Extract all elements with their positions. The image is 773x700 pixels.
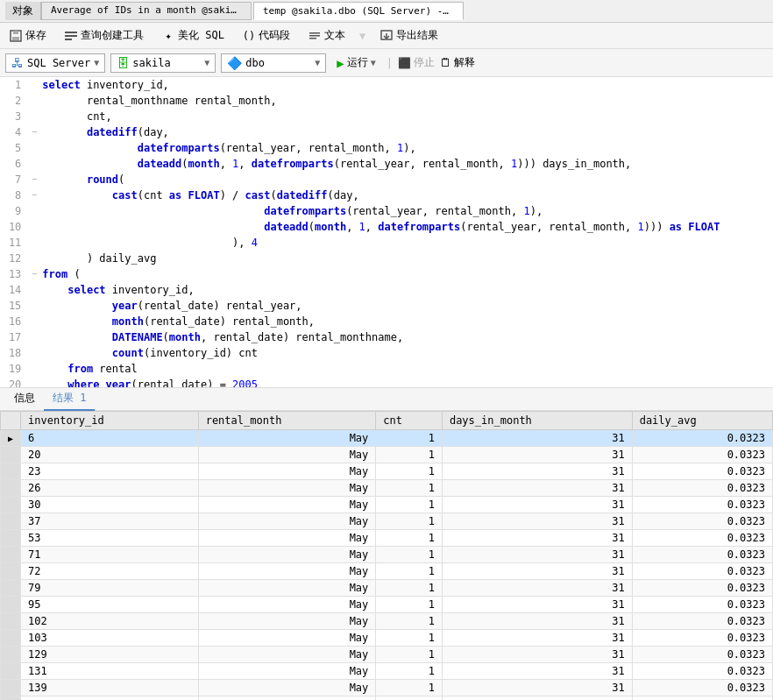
line-number: 5 [0, 140, 28, 156]
stop-button[interactable]: ⬛ 停止 [398, 55, 435, 70]
table-cell: 72 [21, 563, 199, 580]
table-cell: 0.0323 [632, 547, 772, 563]
table-row[interactable]: 102May1310.0323 [1, 613, 773, 630]
svg-rect-7 [309, 35, 320, 37]
database-icon: 🗄 [117, 56, 129, 70]
table-cell: 1 [376, 680, 443, 696]
table-row[interactable]: 129May1310.0323 [1, 647, 773, 663]
table-cell: May [198, 563, 376, 580]
result-area[interactable]: inventory_idrental_monthcntdays_in_month… [0, 411, 773, 700]
table-cell: May [198, 480, 376, 497]
fold-button[interactable]: − [28, 124, 40, 140]
schema-select[interactable]: 🔷 dbo ▼ [221, 53, 326, 73]
table-row[interactable]: 26May1310.0323 [1, 480, 773, 497]
database-select[interactable]: 🗄 sakila ▼ [110, 53, 216, 73]
column-header[interactable]: rental_month [198, 412, 376, 430]
table-cell: 1 [376, 597, 443, 613]
fold-button[interactable]: − [28, 187, 40, 203]
fold-button[interactable]: − [28, 266, 40, 282]
beautify-label: 美化 SQL [178, 28, 224, 43]
code-line: select inventory_id, [40, 77, 773, 93]
tab-info[interactable]: 信息 [5, 387, 44, 411]
table-cell: 31 [442, 530, 632, 547]
tab-average[interactable]: Average of IDs in a month @sakila.dbo (… [41, 2, 252, 20]
fold-button [28, 219, 40, 235]
explain-label: 解释 [454, 55, 475, 70]
column-header[interactable]: daily_avg [632, 412, 772, 430]
row-marker: ▶ [1, 430, 21, 447]
table-row[interactable]: 53May1310.0323 [1, 530, 773, 547]
fold-button [28, 156, 40, 172]
table-row[interactable]: 103May1310.0323 [1, 630, 773, 647]
table-cell: 0.0323 [632, 530, 772, 547]
code-editor[interactable]: 1select inventory_id,2 rental_monthname … [0, 77, 773, 388]
column-header[interactable]: inventory_id [21, 412, 199, 430]
line-number: 4 [0, 124, 28, 140]
server-select[interactable]: 🖧 SQL Server ▼ [5, 53, 105, 73]
column-header[interactable]: days_in_month [442, 412, 632, 430]
table-row[interactable]: 141May1310.0323 [1, 696, 773, 701]
table-cell: 53 [21, 530, 199, 547]
line-number: 9 [0, 203, 28, 219]
run-arrow-icon: ▼ [371, 58, 376, 67]
table-cell: 0.0323 [632, 513, 772, 530]
fold-button[interactable]: − [28, 172, 40, 187]
text-button[interactable]: 文本 [304, 26, 349, 45]
table-cell: 102 [21, 613, 199, 630]
row-marker [1, 497, 21, 513]
table-row[interactable]: 37May1310.0323 [1, 513, 773, 530]
table-row[interactable]: 20May1310.0323 [1, 447, 773, 463]
table-row[interactable]: 131May1310.0323 [1, 663, 773, 680]
fold-button [28, 345, 40, 361]
table-row[interactable]: 30May1310.0323 [1, 497, 773, 513]
table-row[interactable]: ▶6May1310.0323 [1, 430, 773, 447]
svg-rect-5 [65, 39, 72, 40]
table-row[interactable]: 23May1310.0323 [1, 463, 773, 480]
table-cell: 31 [442, 613, 632, 630]
code-line: dateadd(month, 1, datefromparts(rental_y… [40, 156, 773, 172]
table-cell: 0.0323 [632, 447, 772, 463]
object-label: 对象 [5, 2, 41, 20]
export-button[interactable]: 导出结果 [376, 26, 442, 45]
beautify-button[interactable]: ✦ 美化 SQL [158, 26, 228, 45]
column-header[interactable]: cnt [376, 412, 443, 430]
table-row[interactable]: 79May1310.0323 [1, 580, 773, 597]
row-marker [1, 463, 21, 480]
line-number: 15 [0, 298, 28, 314]
svg-rect-8 [309, 38, 316, 39]
table-row[interactable]: 72May1310.0323 [1, 563, 773, 580]
line-number: 17 [0, 329, 28, 345]
table-row[interactable]: 71May1310.0323 [1, 547, 773, 563]
line-number: 13 [0, 266, 28, 282]
table-cell: May [198, 463, 376, 480]
table-cell: May [198, 597, 376, 613]
table-cell: May [198, 547, 376, 563]
line-number: 8 [0, 187, 28, 203]
code-line: cast(cnt as FLOAT) / cast(datediff(day, [40, 187, 773, 203]
table-row[interactable]: 139May1310.0323 [1, 680, 773, 696]
table-cell: 23 [21, 463, 199, 480]
table-cell: 0.0323 [632, 597, 772, 613]
line-number: 2 [0, 93, 28, 109]
svg-rect-1 [13, 31, 18, 34]
code-line: rental_monthname rental_month, [40, 93, 773, 109]
tab-result1[interactable]: 结果 1 [44, 387, 95, 411]
row-marker [1, 663, 21, 680]
table-cell: 1 [376, 530, 443, 547]
save-button[interactable]: 保存 [5, 26, 50, 45]
explain-icon: 🗒 [440, 56, 451, 69]
line-number: 7 [0, 172, 28, 187]
table-cell: 71 [21, 547, 199, 563]
query-builder-button[interactable]: 查询创建工具 [60, 26, 147, 45]
tab-temp[interactable]: temp @sakila.dbo (SQL Server) - 查询 [253, 2, 464, 20]
toolbar: 保存 查询创建工具 ✦ 美化 SQL () 代码段 文本 ▼ 导出结果 [0, 23, 773, 49]
code-block-button[interactable]: () 代码段 [238, 26, 294, 45]
table-cell: 0.0323 [632, 680, 772, 696]
table-row[interactable]: 95May1310.0323 [1, 597, 773, 613]
explain-button[interactable]: 🗒 解释 [440, 55, 475, 70]
svg-rect-6 [309, 32, 320, 34]
table-cell: 0.0323 [632, 430, 772, 447]
table-cell: 31 [442, 663, 632, 680]
code-block-label: 代码段 [259, 28, 290, 43]
run-button[interactable]: ▶ 运行 ▼ [331, 53, 380, 72]
